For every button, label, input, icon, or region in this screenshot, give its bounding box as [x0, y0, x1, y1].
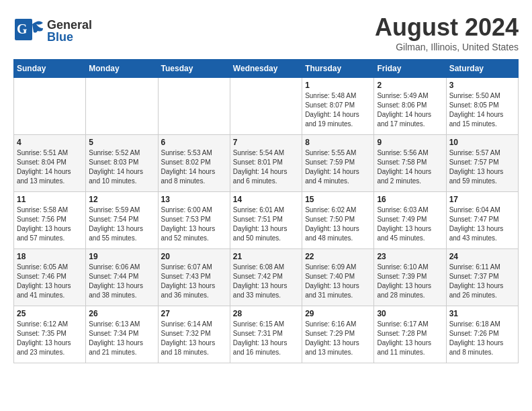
day-info: Sunrise: 6:13 AM Sunset: 7:34 PM Dayligh…: [89, 320, 154, 357]
day-number: 12: [89, 195, 154, 204]
day-info: Sunrise: 5:57 AM Sunset: 7:57 PM Dayligh…: [449, 148, 515, 186]
weekday-header-friday: Friday: [374, 60, 446, 78]
day-number: 29: [305, 309, 371, 318]
page-header: G General Blue August 2024 Gilman, Illin…: [13, 13, 519, 52]
calendar-week-4: 18Sunrise: 6:05 AM Sunset: 7:46 PM Dayli…: [14, 249, 519, 306]
day-info: Sunrise: 5:48 AM Sunset: 8:07 PM Dayligh…: [305, 91, 371, 129]
calendar-cell: 20Sunrise: 6:07 AM Sunset: 7:43 PM Dayli…: [158, 249, 230, 306]
calendar-table: SundayMondayTuesdayWednesdayThursdayFrid…: [13, 59, 519, 363]
weekday-header-thursday: Thursday: [302, 60, 374, 78]
calendar-cell: 24Sunrise: 6:11 AM Sunset: 7:37 PM Dayli…: [446, 249, 518, 306]
weekday-header-row: SundayMondayTuesdayWednesdayThursdayFrid…: [14, 60, 519, 78]
weekday-header-tuesday: Tuesday: [158, 60, 230, 78]
title-block: August 2024 Gilman, Illinois, United Sta…: [375, 13, 519, 52]
day-number: 28: [233, 309, 299, 318]
svg-text:G: G: [17, 21, 28, 36]
day-info: Sunrise: 6:12 AM Sunset: 7:35 PM Dayligh…: [17, 320, 83, 357]
day-number: 8: [305, 138, 371, 147]
day-info: Sunrise: 6:02 AM Sunset: 7:50 PM Dayligh…: [305, 205, 371, 243]
calendar-cell: 19Sunrise: 6:06 AM Sunset: 7:44 PM Dayli…: [86, 249, 158, 306]
day-info: Sunrise: 5:55 AM Sunset: 7:59 PM Dayligh…: [305, 148, 371, 186]
calendar-cell: 13Sunrise: 6:00 AM Sunset: 7:53 PM Dayli…: [158, 192, 230, 249]
calendar-week-1: 1Sunrise: 5:48 AM Sunset: 8:07 PM Daylig…: [14, 78, 519, 135]
calendar-cell: 15Sunrise: 6:02 AM Sunset: 7:50 PM Dayli…: [302, 192, 374, 249]
day-number: 14: [233, 195, 299, 204]
calendar-cell: 12Sunrise: 5:59 AM Sunset: 7:54 PM Dayli…: [86, 192, 158, 249]
day-number: 24: [449, 252, 515, 261]
calendar-cell: [14, 78, 86, 135]
calendar-cell: 14Sunrise: 6:01 AM Sunset: 7:51 PM Dayli…: [230, 192, 302, 249]
calendar-cell: 6Sunrise: 5:53 AM Sunset: 8:02 PM Daylig…: [158, 135, 230, 192]
day-info: Sunrise: 6:16 AM Sunset: 7:29 PM Dayligh…: [305, 320, 371, 357]
day-info: Sunrise: 6:18 AM Sunset: 7:26 PM Dayligh…: [449, 320, 515, 357]
calendar-cell: 25Sunrise: 6:12 AM Sunset: 7:35 PM Dayli…: [14, 306, 86, 363]
day-info: Sunrise: 6:17 AM Sunset: 7:28 PM Dayligh…: [377, 320, 443, 357]
day-number: 21: [233, 252, 299, 261]
day-info: Sunrise: 6:09 AM Sunset: 7:40 PM Dayligh…: [305, 263, 371, 300]
calendar-header: SundayMondayTuesdayWednesdayThursdayFrid…: [14, 60, 519, 78]
day-number: 2: [377, 81, 443, 90]
day-info: Sunrise: 6:08 AM Sunset: 7:42 PM Dayligh…: [233, 263, 299, 300]
day-number: 5: [89, 138, 154, 147]
day-info: Sunrise: 6:04 AM Sunset: 7:47 PM Dayligh…: [449, 205, 515, 243]
day-number: 17: [449, 195, 515, 204]
day-number: 25: [17, 309, 83, 318]
calendar-cell: 31Sunrise: 6:18 AM Sunset: 7:26 PM Dayli…: [446, 306, 518, 363]
day-number: 6: [161, 138, 227, 147]
calendar-cell: 30Sunrise: 6:17 AM Sunset: 7:28 PM Dayli…: [374, 306, 446, 363]
weekday-header-sunday: Sunday: [14, 60, 86, 78]
day-info: Sunrise: 5:54 AM Sunset: 8:01 PM Dayligh…: [233, 148, 299, 186]
day-info: Sunrise: 5:56 AM Sunset: 7:58 PM Dayligh…: [377, 148, 443, 186]
day-info: Sunrise: 6:07 AM Sunset: 7:43 PM Dayligh…: [161, 263, 227, 300]
day-info: Sunrise: 5:52 AM Sunset: 8:03 PM Dayligh…: [89, 148, 154, 186]
weekday-header-monday: Monday: [86, 60, 158, 78]
calendar-cell: 4Sunrise: 5:51 AM Sunset: 8:04 PM Daylig…: [14, 135, 86, 192]
calendar-cell: 18Sunrise: 6:05 AM Sunset: 7:46 PM Dayli…: [14, 249, 86, 306]
calendar-cell: [230, 78, 302, 135]
calendar-cell: 28Sunrise: 6:15 AM Sunset: 7:31 PM Dayli…: [230, 306, 302, 363]
logo-name: General Blue: [47, 19, 92, 43]
day-number: 1: [305, 81, 371, 90]
day-number: 13: [161, 195, 227, 204]
day-number: 10: [449, 138, 515, 147]
calendar-cell: 2Sunrise: 5:49 AM Sunset: 8:06 PM Daylig…: [374, 78, 446, 135]
calendar-cell: 9Sunrise: 5:56 AM Sunset: 7:58 PM Daylig…: [374, 135, 446, 192]
day-number: 16: [377, 195, 443, 204]
day-number: 18: [17, 252, 83, 261]
day-info: Sunrise: 6:06 AM Sunset: 7:44 PM Dayligh…: [89, 263, 154, 300]
calendar-cell: 22Sunrise: 6:09 AM Sunset: 7:40 PM Dayli…: [302, 249, 374, 306]
day-number: 9: [377, 138, 443, 147]
calendar-cell: 27Sunrise: 6:14 AM Sunset: 7:32 PM Dayli…: [158, 306, 230, 363]
day-number: 19: [89, 252, 154, 261]
calendar-cell: 8Sunrise: 5:55 AM Sunset: 7:59 PM Daylig…: [302, 135, 374, 192]
day-info: Sunrise: 6:15 AM Sunset: 7:31 PM Dayligh…: [233, 320, 299, 357]
day-number: 23: [377, 252, 443, 261]
calendar-cell: [86, 78, 158, 135]
day-info: Sunrise: 6:10 AM Sunset: 7:39 PM Dayligh…: [377, 263, 443, 300]
day-number: 3: [449, 81, 515, 90]
calendar-cell: 3Sunrise: 5:50 AM Sunset: 8:05 PM Daylig…: [446, 78, 518, 135]
day-info: Sunrise: 5:59 AM Sunset: 7:54 PM Dayligh…: [89, 205, 154, 243]
calendar-cell: 7Sunrise: 5:54 AM Sunset: 8:01 PM Daylig…: [230, 135, 302, 192]
calendar-cell: 26Sunrise: 6:13 AM Sunset: 7:34 PM Dayli…: [86, 306, 158, 363]
logo-blue-text: Blue: [47, 31, 92, 43]
day-info: Sunrise: 5:51 AM Sunset: 8:04 PM Dayligh…: [17, 148, 83, 186]
calendar-cell: 17Sunrise: 6:04 AM Sunset: 7:47 PM Dayli…: [446, 192, 518, 249]
calendar-cell: 21Sunrise: 6:08 AM Sunset: 7:42 PM Dayli…: [230, 249, 302, 306]
day-number: 22: [305, 252, 371, 261]
calendar-body: 1Sunrise: 5:48 AM Sunset: 8:07 PM Daylig…: [14, 78, 519, 363]
day-info: Sunrise: 5:49 AM Sunset: 8:06 PM Dayligh…: [377, 91, 443, 129]
day-number: 30: [377, 309, 443, 318]
day-info: Sunrise: 6:00 AM Sunset: 7:53 PM Dayligh…: [161, 205, 227, 243]
day-info: Sunrise: 5:50 AM Sunset: 8:05 PM Dayligh…: [449, 91, 515, 129]
day-info: Sunrise: 6:05 AM Sunset: 7:46 PM Dayligh…: [17, 263, 83, 300]
calendar-cell: 29Sunrise: 6:16 AM Sunset: 7:29 PM Dayli…: [302, 306, 374, 363]
day-number: 11: [17, 195, 83, 204]
calendar-cell: 5Sunrise: 5:52 AM Sunset: 8:03 PM Daylig…: [86, 135, 158, 192]
day-number: 7: [233, 138, 299, 147]
location-title: Gilman, Illinois, United States: [375, 42, 519, 52]
logo-general-text: General: [47, 19, 92, 31]
day-info: Sunrise: 5:58 AM Sunset: 7:56 PM Dayligh…: [17, 205, 83, 243]
day-number: 27: [161, 309, 227, 318]
day-number: 26: [89, 309, 154, 318]
